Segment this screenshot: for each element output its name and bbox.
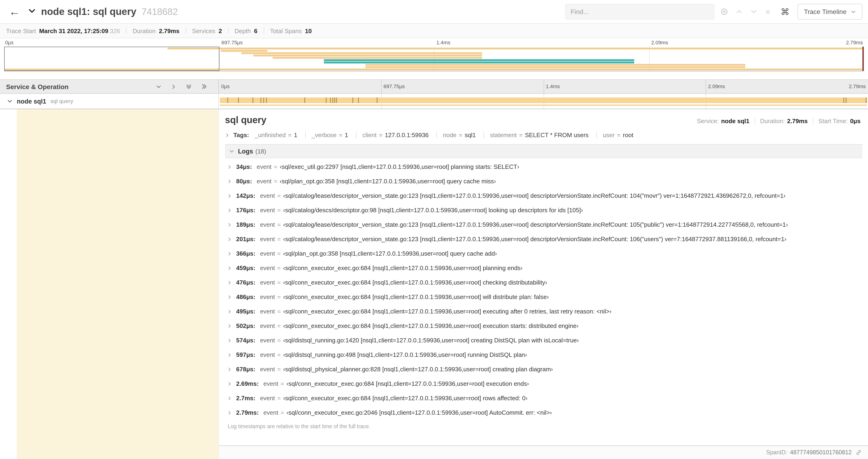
log-field-key: event: [260, 366, 275, 373]
log-field-value: ‹sql/plan_opt.go:358 [nsql1,client=127.0…: [280, 178, 496, 185]
minimap-selection[interactable]: [4, 47, 219, 71]
timeline-gridline: [706, 80, 706, 93]
span-row[interactable]: node sql1 sql query: [0, 94, 868, 109]
log-entry[interactable]: 176μs: event = ‹sql/catalog/descs/descri…: [225, 203, 862, 217]
tag: statement = SELECT * FROM users: [484, 132, 588, 138]
log-marker-tick: [238, 97, 239, 103]
logs-count: (18): [255, 147, 266, 155]
collapse-controls: [156, 84, 218, 90]
chevron-down-icon[interactable]: [7, 98, 12, 104]
log-field-value: ‹sql/conn_executor_exec.go:684 [nsql1,cl…: [286, 380, 529, 387]
span-timeline-area[interactable]: [218, 94, 868, 109]
chevron-right-icon: [227, 193, 232, 198]
timeline-tick-header: 0μs 697.75μs 1.4ms 2.09ms 2.79ms: [218, 80, 868, 93]
tag-key: client: [362, 132, 377, 138]
log-marker-tick: [843, 97, 844, 103]
log-entry[interactable]: 502μs: event = ‹sql/conn_executor_exec.g…: [225, 319, 862, 333]
trace-view-selector[interactable]: Trace Timeline: [797, 4, 862, 20]
summary-label: Trace Start: [6, 27, 36, 34]
tick-label: 1.4ms: [436, 40, 450, 45]
log-entry[interactable]: 2.79ms: event = ‹sql/conn_executor_exec.…: [225, 405, 862, 420]
log-field-key: event: [260, 207, 275, 214]
log-equals: =: [277, 395, 281, 402]
span-detail-indent-column: [0, 109, 218, 459]
log-equals: =: [277, 236, 281, 242]
log-marker-tick: [377, 97, 377, 103]
trace-start-value: March 31 2022, 17:25:09.326: [39, 27, 120, 34]
divider: [186, 28, 186, 34]
log-entry[interactable]: 80μs: event = ‹sql/plan_opt.go:358 [nsql…: [225, 174, 862, 189]
find-zoom-icon[interactable]: [720, 8, 728, 15]
log-entry[interactable]: 142μs: event = ‹sql/catalog/lease/descri…: [225, 189, 862, 203]
link-icon[interactable]: [856, 449, 862, 456]
log-timestamp: 574μs:: [236, 337, 255, 344]
log-entry[interactable]: 486μs: event = ‹sql/conn_executor_exec.g…: [225, 290, 862, 304]
find-input[interactable]: [565, 4, 714, 20]
logs-list: 34μs: event = ‹sql/exec_util.go:2297 [ns…: [225, 160, 862, 420]
span-bar[interactable]: [220, 97, 867, 103]
log-entry[interactable]: 2.7ms: event = ‹sql/conn_executor_exec.g…: [225, 391, 862, 405]
log-field-value: ‹sql/conn_executor_exec.go:684 [nsql1,cl…: [283, 322, 579, 329]
minimap-span-bar: [272, 57, 482, 59]
chevron-right-icon: [227, 237, 232, 241]
span-row-name-column[interactable]: node sql1 sql query: [0, 94, 218, 109]
header-actions: ⌘ Trace Timeline: [565, 4, 862, 20]
log-marker-tick: [227, 97, 228, 103]
log-timestamp: 486μs:: [236, 293, 255, 300]
log-entry[interactable]: 201μs: event = ‹sql/catalog/lease/descri…: [225, 232, 862, 246]
minimap-scrubber-right[interactable]: [862, 47, 864, 71]
log-entry[interactable]: 597μs: event = ‹sql/distsql_running.go:4…: [225, 348, 862, 362]
command-icon: ⌘: [780, 7, 789, 17]
tag-equals: =: [288, 132, 291, 138]
log-equals: =: [280, 409, 284, 416]
log-entry[interactable]: 495μs: event = ‹sql/conn_executor_exec.g…: [225, 304, 862, 319]
tag-value: SELECT * FROM users: [525, 132, 589, 138]
minimap-tick-labels: 0μs 697.75μs 1.4ms 2.09ms 2.79ms: [4, 38, 864, 47]
log-equals: =: [277, 308, 281, 315]
log-marker-tick: [263, 97, 264, 103]
find-prev-icon[interactable]: [736, 8, 742, 15]
tick-label: 2.79ms: [849, 84, 866, 89]
log-entry[interactable]: 2.69ms: event = ‹sql/conn_executor_exec.…: [225, 376, 862, 391]
collapse-one-icon[interactable]: [156, 84, 161, 89]
log-field-value: ‹sql/conn_executor_exec.go:684 [nsql1,cl…: [283, 264, 522, 271]
tags-row[interactable]: Tags: _unfinished = 1 _verbose = 1 clien…: [225, 132, 862, 138]
expand-all-icon[interactable]: [201, 84, 207, 90]
collapse-all-icon[interactable]: [186, 84, 192, 90]
page-title: node sql1: sql query 7418682: [41, 6, 178, 17]
keyboard-shortcuts-button[interactable]: ⌘: [780, 6, 789, 17]
log-timestamp: 2.69ms:: [236, 380, 259, 387]
log-field-key: event: [260, 308, 275, 315]
tag: _unfinished = 1: [254, 132, 297, 138]
log-equals: =: [277, 337, 281, 344]
expand-one-icon[interactable]: [171, 84, 177, 89]
tag-key: statement: [490, 132, 517, 138]
minimap-canvas[interactable]: [4, 47, 864, 71]
find-clear-icon[interactable]: [765, 9, 771, 15]
chevron-down-icon: [28, 7, 36, 15]
log-field-key: event: [260, 250, 275, 257]
minimap-span-bar: [242, 52, 482, 54]
log-timestamp: 495μs:: [236, 308, 255, 315]
back-button[interactable]: ←: [6, 6, 23, 17]
log-entry[interactable]: 574μs: event = ‹sql/distsql_running.go:1…: [225, 333, 862, 348]
log-timestamp: 2.7ms:: [236, 395, 255, 402]
log-entry[interactable]: 34μs: event = ‹sql/exec_util.go:2297 [ns…: [225, 160, 862, 174]
tag-key: _unfinished: [254, 132, 286, 138]
log-entry[interactable]: 366μs: event = ‹sql/plan_opt.go:358 [nsq…: [225, 246, 862, 261]
log-entry[interactable]: 476μs: event = ‹sql/conn_executor_exec.g…: [225, 275, 862, 290]
log-entry[interactable]: 678μs: event = ‹sql/distsql_physical_pla…: [225, 362, 862, 376]
find-next-icon[interactable]: [750, 8, 757, 15]
log-equals: =: [277, 351, 281, 358]
depth-value: 6: [254, 27, 257, 34]
tag-key: _verbose: [311, 132, 337, 138]
chevron-right-icon: [227, 396, 232, 400]
log-entry[interactable]: 459μs: event = ‹sql/conn_executor_exec.g…: [225, 261, 862, 275]
meta-service-value: node sql1: [721, 118, 749, 125]
log-equals: =: [277, 250, 281, 257]
log-field-value: ‹sql/exec_util.go:2297 [nsql1,client=127…: [280, 163, 519, 170]
trace-collapse-toggle[interactable]: [27, 7, 37, 16]
log-entry[interactable]: 189μs: event = ‹sql/catalog/lease/descri…: [225, 217, 862, 232]
logs-header[interactable]: Logs (18): [225, 144, 862, 158]
tag: client = 127.0.0.1:59936: [356, 132, 429, 138]
